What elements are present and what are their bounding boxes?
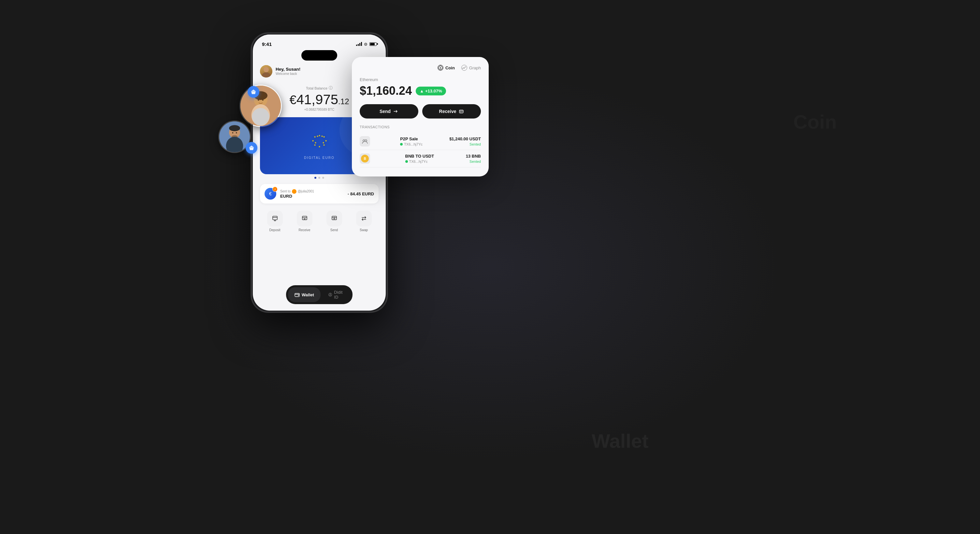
svg-text:★: ★ — [322, 141, 325, 144]
panel-change: +13.07% — [425, 89, 442, 94]
bnb-tx-right: 13 BNB Sented — [466, 154, 481, 164]
panel-coin-name: Ethereum — [360, 77, 481, 82]
p2p-icon — [360, 136, 370, 146]
swap-label: Swap — [360, 228, 368, 232]
avatar-image — [260, 65, 272, 78]
send-button[interactable]: Send — [326, 211, 342, 232]
svg-point-49 — [232, 132, 233, 134]
p2p-tx-title: P2P Sale — [400, 137, 423, 141]
bottom-navigation: Wallet Didit ID — [286, 285, 353, 304]
svg-point-57 — [365, 140, 367, 141]
panel-receive-label: Receive — [439, 109, 457, 114]
svg-text:★: ★ — [314, 141, 317, 144]
dynamic-island — [301, 50, 337, 60]
gem-icon-1 — [251, 89, 256, 95]
send-label: Send — [330, 228, 338, 232]
card-dot-3 — [322, 177, 324, 179]
user-text: Hey, Susan! Welcome back — [275, 67, 301, 76]
panel-price-row: $1,160.24 ▲ +13.07% — [360, 84, 481, 98]
info-icon: ⓘ — [329, 85, 332, 91]
didit-nav-label: Didit ID — [334, 290, 344, 300]
panel-price: $1,160.24 — [360, 84, 412, 98]
panel-change-badge: ▲ +13.07% — [416, 87, 446, 95]
card-dot-2 — [318, 177, 320, 179]
deposit-label: Deposit — [269, 228, 280, 232]
balance-decimals: .12 — [338, 97, 349, 106]
floating-avatar-woman — [239, 85, 282, 127]
svg-text:★: ★ — [318, 134, 321, 137]
wallet-nav-button[interactable]: Wallet — [288, 287, 321, 302]
bnb-tx-amount: 13 BNB — [466, 154, 481, 159]
receive-icon-svg — [301, 215, 308, 222]
tx-icon: € J — [264, 188, 276, 200]
graph-tab-label: Graph — [469, 65, 481, 70]
wifi-icon: ⊜ — [364, 42, 368, 46]
svg-point-56 — [363, 140, 365, 141]
coin-tab-label: Coin — [445, 65, 455, 70]
panel-transactions-label: TRANSACTIONS — [360, 125, 481, 129]
user-info: Hey, Susan! Welcome back — [260, 65, 301, 78]
up-arrow-icon: ▲ — [420, 89, 424, 94]
svg-point-1 — [262, 72, 270, 78]
receive-label: Receive — [298, 228, 310, 232]
bnb-tx-status: Sented — [469, 159, 481, 164]
p2p-tx-right: $1,240.00 USDT Sented — [449, 137, 481, 146]
tx-amount: - 84.45 EURD — [348, 191, 374, 196]
recent-transaction[interactable]: € J Sent to @julia2001 EURD - 84.45 — [260, 184, 379, 203]
deposit-icon — [267, 211, 283, 226]
p2p-tx-amount: $1,240.00 USDT — [449, 137, 481, 141]
p2p-icon-svg — [362, 138, 368, 144]
status-bar: 9:41 ⊜ — [253, 35, 386, 49]
avatar — [260, 65, 272, 78]
p2p-tx-left: P2P Sale TX6...hj7Yc — [400, 137, 423, 146]
deposit-button[interactable]: Deposit — [267, 211, 283, 232]
tab-graph[interactable]: Graph — [461, 65, 481, 71]
panel-actions: Send Receive — [360, 104, 481, 119]
floating-badge-2 — [246, 142, 258, 154]
coin-detected-text: Coin — [793, 111, 837, 133]
signal-icon — [356, 42, 362, 46]
tx-currency: EURD — [280, 194, 344, 199]
wallet-detected-text: Wallet — [592, 430, 648, 452]
avatar-man-image — [219, 121, 250, 152]
balance-currency: € — [290, 93, 296, 107]
p2p-tx-status: Sented — [469, 142, 481, 146]
bnb-tx-left: BNB TO USDT TX6...hj7Yc — [405, 154, 434, 164]
graph-icon — [462, 65, 466, 70]
panel-receive-button[interactable]: Receive — [422, 104, 481, 119]
swap-button[interactable]: Swap — [356, 211, 372, 232]
id-nav-icon — [328, 292, 332, 297]
bnb-icon-box: B — [360, 153, 370, 164]
tab-coin[interactable]: $ Coin — [438, 65, 455, 71]
swap-icon-svg — [361, 215, 367, 222]
avatar-woman-image — [240, 86, 281, 126]
subtitle-text: Welcome back — [275, 72, 301, 76]
avatar-man-svg — [219, 121, 250, 153]
card-dot-1 — [314, 177, 317, 179]
svg-text:★: ★ — [323, 135, 325, 138]
svg-point-32 — [298, 295, 299, 296]
svg-text:★: ★ — [321, 135, 323, 138]
receive-button[interactable]: Receive — [297, 211, 312, 232]
svg-marker-51 — [249, 146, 254, 150]
bnb-tx-hash: TX6...hj7Yc — [405, 159, 434, 164]
card-name: DIGITAL EURO — [304, 156, 334, 159]
card-indicators — [260, 177, 379, 179]
didit-id-nav-button[interactable]: Didit ID — [322, 287, 350, 302]
receive-icon — [297, 211, 312, 226]
svg-text:★: ★ — [312, 139, 314, 142]
svg-point-46 — [229, 125, 240, 131]
svg-rect-23 — [273, 216, 277, 220]
p2p-tx-hash: TX6...hj7Yc — [400, 142, 423, 146]
panel-send-button[interactable]: Send — [360, 104, 418, 119]
status-time: 9:41 — [262, 41, 272, 47]
tx-sent-to: Sent to @julia2001 — [280, 189, 344, 194]
swap-icon — [356, 211, 372, 226]
panel-tx-bnb[interactable]: B BNB TO USDT TX6...hj7Yc 13 BNB Sented — [360, 150, 481, 167]
panel-tx-p2p[interactable]: P2P Sale TX6...hj7Yc $1,240.00 USDT Sent… — [360, 133, 481, 150]
send-icon — [326, 211, 342, 226]
status-icons: ⊜ — [356, 42, 377, 46]
svg-point-50 — [236, 132, 237, 134]
coin-tab-icon: $ — [438, 65, 444, 71]
balance-whole: 41,975 — [296, 92, 338, 107]
